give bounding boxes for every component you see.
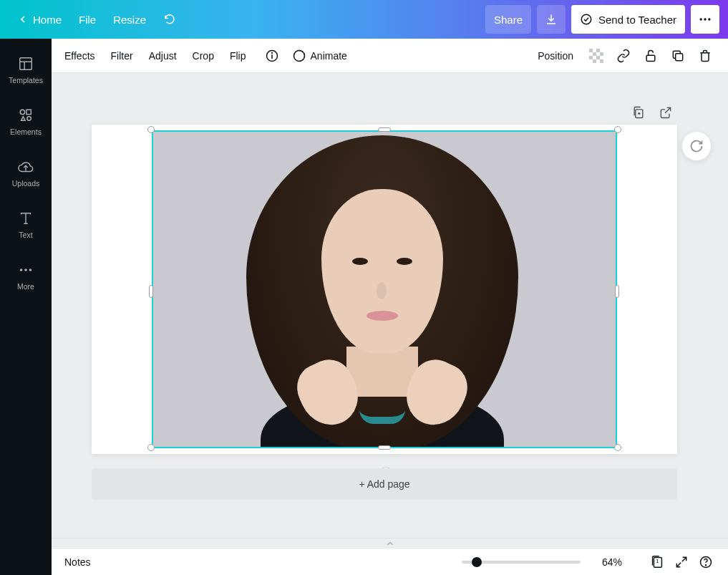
check-circle-icon	[580, 13, 593, 26]
add-page-label: + Add page	[359, 478, 409, 490]
sync-button[interactable]	[682, 132, 711, 160]
svg-line-34	[682, 557, 686, 561]
sidebar-text-label: Text	[19, 231, 32, 239]
trash-icon	[698, 49, 712, 63]
sidebar-item-more[interactable]: More	[0, 251, 52, 302]
resize-handle-bottom-left[interactable]	[147, 444, 155, 451]
svg-rect-20	[589, 49, 593, 52]
download-button[interactable]	[537, 5, 566, 34]
sidebar-item-templates[interactable]: Templates	[0, 44, 52, 96]
lock-button[interactable]	[641, 46, 661, 66]
zoom-slider[interactable]	[462, 561, 581, 564]
transparency-icon	[589, 49, 603, 63]
file-menu[interactable]: File	[70, 5, 105, 34]
svg-rect-4	[20, 58, 32, 70]
crop-button[interactable]: Crop	[193, 50, 214, 62]
svg-point-14	[24, 269, 27, 271]
crop-label: Crop	[193, 50, 214, 62]
resize-handle-top[interactable]	[378, 127, 391, 132]
zoom-slider-knob[interactable]	[472, 557, 482, 567]
svg-rect-26	[593, 59, 596, 63]
info-button[interactable]	[262, 46, 282, 66]
home-button[interactable]: Home	[9, 5, 70, 34]
add-page-button[interactable]: + Add page	[92, 468, 677, 500]
sidebar-item-uploads[interactable]: Uploads	[0, 148, 52, 199]
help-button[interactable]	[697, 553, 715, 571]
more-menu-button[interactable]	[691, 5, 719, 34]
resize-handle-bottom[interactable]	[378, 445, 391, 450]
open-external-icon	[659, 105, 673, 120]
footer-bar: Notes 64% 1	[52, 548, 728, 575]
refresh-icon	[689, 139, 704, 153]
top-header: Home File Resize Share Send to Teacher	[0, 0, 728, 39]
svg-point-13	[20, 269, 23, 271]
svg-point-2	[704, 18, 706, 20]
image-eye-left	[352, 258, 368, 265]
image-nose	[377, 282, 387, 299]
effects-label: Effects	[64, 50, 95, 62]
sidebar-item-text[interactable]: Text	[0, 199, 52, 251]
resize-handle-top-right[interactable]	[614, 126, 621, 133]
animate-label: Animate	[311, 50, 347, 62]
download-icon	[545, 13, 558, 26]
adjust-label: Adjust	[149, 50, 177, 62]
adjust-button[interactable]: Adjust	[149, 50, 177, 62]
notes-button[interactable]: Notes	[64, 556, 91, 568]
animate-icon	[292, 49, 306, 63]
flip-button[interactable]: Flip	[230, 50, 246, 62]
svg-rect-22	[593, 52, 596, 56]
zoom-value[interactable]: 64%	[602, 556, 622, 568]
animate-button[interactable]: Animate	[292, 49, 347, 63]
sidebar-more-label: More	[17, 282, 34, 291]
dots-horizontal-icon	[698, 12, 712, 26]
svg-rect-23	[600, 52, 603, 56]
page-add-icon	[631, 105, 646, 120]
export-page-button[interactable]	[656, 103, 675, 122]
filter-button[interactable]: Filter	[111, 50, 133, 62]
svg-rect-8	[26, 110, 31, 114]
resize-label: Resize	[113, 14, 146, 26]
sidebar-uploads-label: Uploads	[12, 179, 40, 188]
delete-button[interactable]	[695, 46, 715, 66]
chevron-left-icon	[17, 14, 29, 25]
resize-handle-top-left[interactable]	[147, 126, 155, 133]
expand-icon	[674, 555, 689, 569]
text-icon	[18, 211, 34, 226]
filter-label: Filter	[111, 50, 133, 62]
image-necklace	[359, 410, 405, 424]
page-number-badge: 1	[656, 558, 659, 564]
image-eye-right	[397, 258, 412, 265]
effects-button[interactable]: Effects	[64, 50, 95, 62]
svg-rect-24	[589, 56, 593, 59]
selected-image[interactable]	[152, 130, 617, 448]
undo-button[interactable]	[155, 5, 185, 34]
info-icon	[265, 49, 279, 63]
svg-rect-27	[600, 59, 603, 63]
resize-handle-bottom-right[interactable]	[614, 444, 621, 451]
image-lips	[367, 311, 398, 321]
resize-handle-right[interactable]	[615, 285, 619, 298]
svg-point-1	[700, 18, 702, 20]
position-label: Position	[538, 50, 573, 62]
sidebar-item-elements[interactable]: Elements	[0, 96, 52, 148]
duplicate-button[interactable]	[668, 46, 688, 66]
resize-menu[interactable]: Resize	[105, 5, 155, 34]
duplicate-page-button[interactable]	[629, 103, 648, 122]
fullscreen-button[interactable]	[672, 553, 691, 571]
send-teacher-label: Send to Teacher	[598, 14, 676, 26]
share-label: Share	[494, 14, 523, 26]
canvas-bottom-caret[interactable]	[52, 538, 728, 548]
home-label: Home	[33, 14, 62, 26]
share-button[interactable]: Share	[485, 5, 531, 34]
sidebar-templates-label: Templates	[9, 76, 43, 84]
help-icon	[699, 555, 713, 569]
page-view-button[interactable]: 1	[648, 553, 666, 571]
templates-icon	[18, 56, 34, 72]
resize-handle-left[interactable]	[149, 285, 153, 298]
position-button[interactable]: Position	[538, 50, 573, 62]
editor-toolbar: Effects Filter Adjust Crop Flip Animate …	[52, 39, 728, 73]
transparency-button[interactable]	[586, 46, 606, 66]
link-button[interactable]	[613, 46, 634, 66]
send-to-teacher-button[interactable]: Send to Teacher	[571, 5, 685, 34]
svg-point-0	[581, 14, 591, 24]
